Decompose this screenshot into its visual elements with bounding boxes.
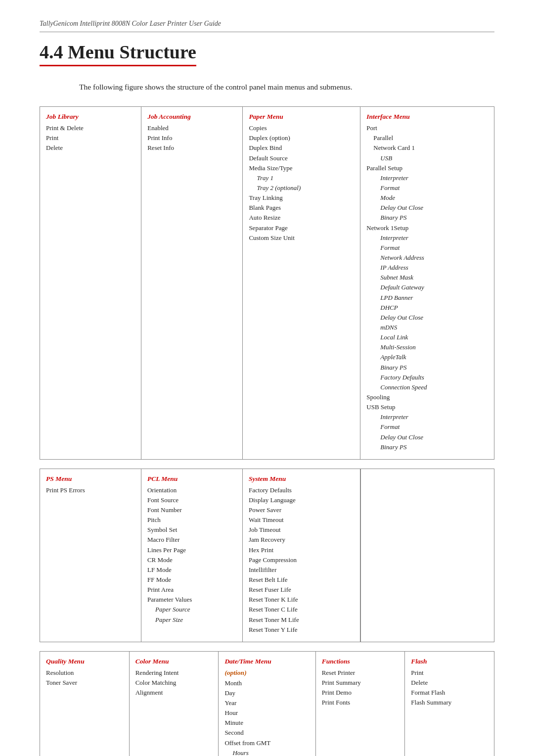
interface-n1-multisession: Multi-Session	[380, 342, 488, 352]
interface-n1-factorydefaults: Factory Defaults	[380, 373, 488, 382]
pcl-pitch: Pitch	[147, 515, 236, 525]
interface-n1-ipaddr: IP Address	[380, 263, 488, 273]
system-reset-toner-c: Reset Toner C Life	[249, 605, 354, 614]
datetime-minute: Minute	[224, 718, 309, 728]
system-reset-fuser: Reset Fuser Life	[249, 585, 354, 595]
interface-usb-binary: Binary PS	[380, 442, 488, 452]
system-intellifilter: Intellifilter	[249, 565, 354, 575]
job-library-item-3: Delete	[46, 143, 135, 153]
interface-n1-netaddr: Network Address	[380, 253, 488, 263]
interface-menu-title: Interface Menu	[366, 112, 488, 122]
quality-resolution: Resolution	[46, 668, 123, 678]
flash-menu-title: Flash	[411, 657, 488, 667]
functions-print-demo: Print Demo	[322, 688, 399, 698]
datetime-day: Day	[224, 688, 309, 698]
pcl-font-number: Font Number	[147, 505, 236, 515]
page: TallyGenicom Intelliprint 8008N Color La…	[0, 0, 534, 756]
pcl-param-values: Parameter Values	[147, 595, 236, 605]
interface-ps-interpreter: Interpreter	[380, 173, 488, 183]
interface-menu-box: Interface Menu Port Parallel Network Car…	[360, 107, 494, 459]
flash-summary: Flash Summary	[411, 698, 488, 708]
datetime-offset-gmt: Offset from GMT	[224, 738, 309, 748]
pcl-paper-size: Paper Size	[155, 615, 236, 625]
interface-parallel: Parallel	[373, 133, 488, 143]
ps-menu-item-errors: Print PS Errors	[46, 485, 135, 495]
paper-menu-item-separator: Separator Page	[249, 223, 354, 233]
flash-menu-box: Flash Print Delete Format Flash Flash Su…	[405, 652, 494, 756]
system-menu-box: System Menu Factory Defaults Display Lan…	[243, 469, 360, 642]
functions-reset-printer: Reset Printer	[322, 668, 399, 678]
menu-row-1: Job Library Print & Delete Print Delete …	[40, 106, 494, 460]
job-accounting-item-2: Print Info	[147, 133, 236, 143]
datetime-month: Month	[224, 678, 309, 688]
interface-usb: USB	[380, 153, 488, 163]
ps-menu-box: PS Menu Print PS Errors	[40, 469, 141, 642]
datetime-hour: Hour	[224, 708, 309, 718]
job-library-title: Job Library	[46, 112, 135, 122]
datetime-option-label: (option)	[224, 669, 246, 676]
flash-print: Print	[411, 668, 488, 678]
interface-spooling: Spooling	[366, 392, 488, 402]
pcl-lf-mode: LF Mode	[147, 565, 236, 575]
interface-network1-setup: Network 1Setup	[366, 223, 488, 233]
interface-ps-mode: Mode	[380, 193, 488, 203]
flash-delete: Delete	[411, 678, 488, 688]
interface-n1-lpd: LPD Banner	[380, 293, 488, 303]
quality-menu-title: Quality Menu	[46, 657, 123, 667]
interface-usb-setup: USB Setup	[366, 402, 488, 412]
interface-ps-binary: Binary PS	[380, 213, 488, 223]
interface-n1-mdns: mDNS	[380, 323, 488, 332]
pcl-ff-mode: FF Mode	[147, 575, 236, 585]
color-menu-box: Color Menu Rendering Intent Color Matchi…	[130, 652, 219, 756]
paper-menu-title: Paper Menu	[249, 112, 354, 122]
pcl-paper-source: Paper Source	[155, 605, 236, 614]
pcl-menu-box: PCL Menu Orientation Font Source Font Nu…	[141, 469, 243, 642]
quality-toner-saver: Toner Saver	[46, 678, 123, 688]
section-title: 4.4 Menu Structure	[40, 41, 494, 70]
system-jam-recovery: Jam Recovery	[249, 535, 354, 545]
paper-menu-item-media: Media Size/Type	[249, 163, 354, 173]
paper-menu-item-default-source: Default Source	[249, 153, 354, 163]
pcl-macro-filter: Macro Filter	[147, 535, 236, 545]
system-page-compression: Page Compression	[249, 555, 354, 565]
system-display-lang: Display Language	[249, 495, 354, 505]
pcl-font-source: Font Source	[147, 495, 236, 505]
interface-ps-format: Format	[380, 183, 488, 193]
job-accounting-item-3: Reset Info	[147, 143, 236, 153]
system-wait-timeout: Wait Timeout	[249, 515, 354, 525]
job-accounting-box: Job Accounting Enabled Print Info Reset …	[141, 107, 243, 459]
flash-format: Format Flash	[411, 688, 488, 698]
system-reset-toner-k: Reset Toner K Life	[249, 595, 354, 605]
functions-print-fonts: Print Fonts	[322, 698, 399, 708]
intro-paragraph: The following figure shows the structure…	[79, 81, 494, 93]
interface-n1-gateway: Default Gateway	[380, 283, 488, 292]
pcl-print-area: Print Area	[147, 585, 236, 595]
interface-n1-locallink: Local Link	[380, 332, 488, 342]
interface-usb-interpreter: Interpreter	[380, 412, 488, 422]
paper-menu-item-duplex-bind: Duplex Bind	[249, 143, 354, 153]
interface-usb-format: Format	[380, 422, 488, 432]
interface-n1-dhcp: DHCP	[380, 303, 488, 313]
system-reset-toner-y: Reset Toner Y Life	[249, 625, 354, 635]
ps-menu-title: PS Menu	[46, 474, 135, 484]
datetime-menu-box: Date/Time Menu (option) Month Day Year H…	[219, 652, 315, 756]
pcl-menu-title: PCL Menu	[147, 474, 236, 484]
interface-network-card: Network Card 1	[373, 143, 488, 153]
interface-parallel-setup: Parallel Setup	[366, 163, 488, 173]
interface-n1-interpreter: Interpreter	[380, 233, 488, 243]
paper-menu-item-copies: Copies	[249, 123, 354, 133]
color-menu-title: Color Menu	[135, 657, 213, 667]
pcl-cr-mode: CR Mode	[147, 555, 236, 565]
interface-n1-appletalk: AppleTalk	[380, 352, 488, 362]
functions-print-summary: Print Summary	[322, 678, 399, 688]
functions-menu-title: Functions	[322, 657, 399, 667]
system-menu-title: System Menu	[249, 474, 354, 484]
paper-menu-item-tray-linking: Tray Linking	[249, 193, 354, 203]
datetime-second: Second	[224, 728, 309, 738]
datetime-year: Year	[224, 698, 309, 708]
datetime-menu-title: Date/Time Menu	[224, 657, 309, 667]
system-factory-defaults: Factory Defaults	[249, 485, 354, 495]
paper-menu-item-tray2: Tray 2 (optional)	[257, 183, 354, 193]
menu-row-3: Quality Menu Resolution Toner Saver Colo…	[40, 651, 494, 756]
header-text: TallyGenicom Intelliprint 8008N Color La…	[40, 20, 221, 27]
